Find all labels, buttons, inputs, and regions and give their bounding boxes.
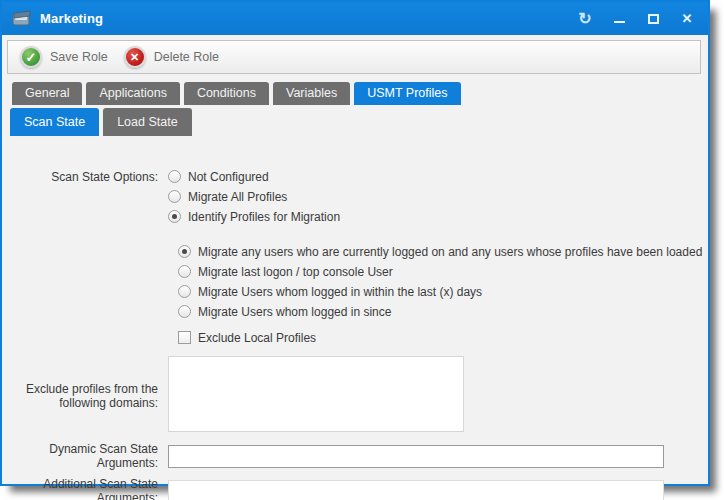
radio-icon [178,265,191,278]
radio-migrate-since[interactable]: Migrate Users whom logged in since [178,302,708,321]
additional-args-row: Additional Scan State Arguments: [2,477,708,500]
app-icon [12,10,32,27]
radio-not-configured[interactable]: Not Configured [168,167,708,186]
tab-applications[interactable]: Applications [86,82,179,105]
radio-icon [178,305,191,318]
delete-x-icon: ✕ [124,46,146,68]
radio-identify-profiles[interactable]: Identify Profiles for Migration [168,207,708,226]
save-role-label: Save Role [50,50,108,64]
radio-icon-selected [168,210,181,223]
dynamic-args-row: Dynamic Scan State Arguments: [2,442,708,470]
window-controls: ↻ ✕ [574,8,698,30]
tab-usmt-profiles[interactable]: USMT Profiles [354,82,460,105]
radio-label: Migrate Users whom logged in within the … [198,285,482,299]
radio-icon [168,190,181,203]
save-role-button[interactable]: ✓ Save Role [14,43,118,71]
save-check-icon: ✓ [20,46,42,68]
delete-role-label: Delete Role [154,50,219,64]
radio-label: Migrate any users who are currently logg… [198,245,702,259]
sub-tab-bar: Scan State Load State [10,108,708,136]
radio-label: Migrate Users whom logged in since [198,305,391,319]
dynamic-args-label: Dynamic Scan State Arguments: [2,442,168,470]
checkbox-label: Exclude Local Profiles [198,331,316,345]
tab-general[interactable]: General [12,82,82,105]
primary-options-group: Not Configured Migrate All Profiles Iden… [168,167,708,227]
exclude-domains-label: Exclude profiles from the following doma… [2,382,168,410]
radio-label: Migrate last logon / top console User [198,265,393,279]
window-title: Marketing [40,11,103,26]
scan-state-options-label: Scan State Options: [2,170,168,184]
delete-role-button[interactable]: ✕ Delete Role [118,43,229,71]
scan-state-options-row: Scan State Options: Not Configured Migra… [2,167,708,227]
radio-icon [178,285,191,298]
additional-args-label: Additional Scan State Arguments: [2,477,168,500]
app-window: Marketing ↻ ✕ ✓ Save Role ✕ Delete Role … [0,0,710,486]
radio-migrate-all-profiles[interactable]: Migrate All Profiles [168,187,708,206]
additional-args-input[interactable] [168,480,664,500]
maximize-icon[interactable] [642,8,664,30]
radio-migrate-last-logon[interactable]: Migrate last logon / top console User [178,262,708,281]
toolbar: ✓ Save Role ✕ Delete Role [7,40,701,74]
exclude-local-profiles-checkbox[interactable]: Exclude Local Profiles [178,328,708,347]
migration-options-group: Migrate any users who are currently logg… [178,242,708,321]
tab-variables[interactable]: Variables [273,82,350,105]
scan-state-form: Scan State Options: Not Configured Migra… [2,167,708,500]
refresh-icon[interactable]: ↻ [574,8,596,30]
checkbox-icon [178,331,191,344]
close-icon[interactable]: ✕ [676,8,698,30]
dynamic-args-input[interactable] [168,445,664,468]
radio-migrate-last-x-days[interactable]: Migrate Users whom logged in within the … [178,282,708,301]
radio-icon-selected [178,245,191,258]
radio-migrate-logged-on-users[interactable]: Migrate any users who are currently logg… [178,242,708,261]
tab-conditions[interactable]: Conditions [184,82,269,105]
radio-icon [168,170,181,183]
main-tab-bar: General Applications Conditions Variable… [12,82,708,105]
tab-scan-state[interactable]: Scan State [10,108,99,136]
radio-label: Migrate All Profiles [188,190,287,204]
exclude-domains-textarea[interactable] [168,356,464,432]
radio-label: Identify Profiles for Migration [188,210,340,224]
minimize-icon[interactable] [608,8,630,30]
titlebar: Marketing ↻ ✕ [2,2,708,35]
radio-label: Not Configured [188,170,269,184]
exclude-domains-row: Exclude profiles from the following doma… [2,356,708,435]
screen: Marketing ↻ ✕ ✓ Save Role ✕ Delete Role … [0,0,724,500]
tab-load-state[interactable]: Load State [103,108,191,136]
